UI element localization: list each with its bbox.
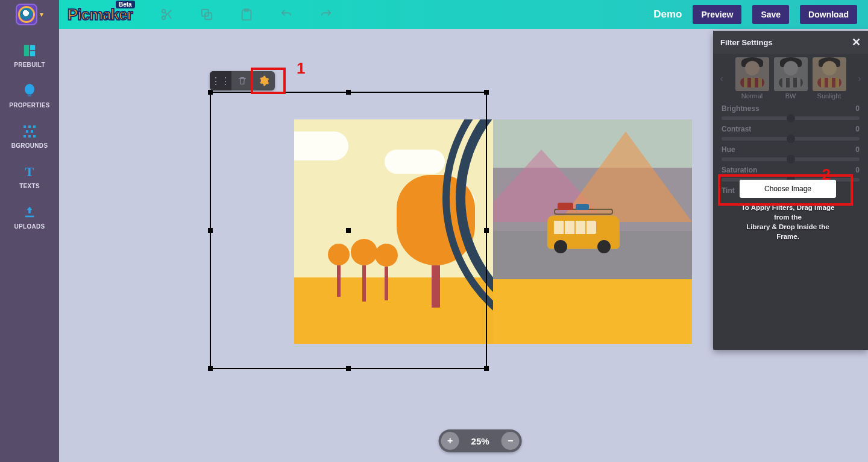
choose-image-hint: To Apply Filters, Drag Image from the Li…: [740, 203, 836, 241]
undo-icon[interactable]: [278, 7, 294, 22]
annotation-number-2: 2: [822, 165, 831, 184]
chevron-down-icon: ▾: [40, 10, 43, 19]
resize-handle[interactable]: [484, 228, 489, 233]
svg-point-9: [25, 84, 34, 95]
svg-rect-18: [28, 135, 31, 138]
left-sidebar: PREBUILT PROPERTIES BGROUNDS T TEXTS UPL…: [0, 29, 59, 462]
paste-icon[interactable]: [239, 7, 254, 22]
slider-label: Saturation: [722, 166, 757, 174]
svg-rect-10: [28, 94, 31, 97]
svg-rect-14: [33, 125, 36, 128]
center-handle[interactable]: [346, 228, 351, 233]
sidebar-item-label: PROPERTIES: [9, 102, 49, 109]
download-button[interactable]: Download: [800, 5, 857, 24]
svg-rect-8: [30, 51, 35, 56]
filter-preset-normal[interactable]: Normal: [735, 57, 769, 100]
filter-preset-bw[interactable]: BW: [774, 57, 808, 100]
resize-handle[interactable]: [346, 90, 351, 95]
svg-rect-13: [28, 125, 31, 128]
pattern-icon: [22, 124, 37, 139]
svg-rect-12: [24, 125, 26, 128]
svg-point-0: [162, 10, 165, 13]
close-icon[interactable]: ✕: [852, 36, 861, 49]
svg-rect-17: [24, 135, 26, 138]
panel-title: Filter Settings: [720, 38, 773, 47]
slider-value: 0: [855, 166, 860, 174]
slider-label: Hue: [722, 145, 735, 154]
canvas-area[interactable]: ⋮⋮ 1 + 25% − Filter Settings ✕ ‹ Normal: [59, 29, 868, 462]
zoom-out-button[interactable]: −: [502, 432, 520, 450]
slider-hue[interactable]: Hue0: [713, 142, 868, 162]
slider-brightness[interactable]: Brightness0: [713, 101, 868, 121]
sidebar-item-properties[interactable]: PROPERTIES: [0, 78, 59, 118]
copy-icon[interactable]: [199, 7, 215, 22]
svg-rect-16: [31, 130, 33, 133]
sidebar-item-label: TEXTS: [19, 183, 40, 189]
chevron-right-icon[interactable]: ›: [855, 74, 864, 83]
svg-rect-20: [25, 216, 34, 218]
sidebar-item-prebuilt[interactable]: PREBUILT: [0, 37, 59, 78]
preset-label: Sunlight: [813, 92, 846, 100]
brand-menu[interactable]: ▾: [0, 0, 59, 29]
sidebar-item-uploads[interactable]: UPLOADS: [0, 199, 59, 239]
slider-value: 0: [855, 104, 860, 113]
resize-handle[interactable]: [208, 90, 213, 95]
beta-badge: Beta: [116, 1, 135, 8]
annotation-box-2: [718, 174, 853, 206]
demo-label[interactable]: Demo: [653, 8, 682, 21]
annotation-box-1: [251, 68, 286, 94]
sidebar-item-bgrounds[interactable]: BGROUNDS: [0, 118, 59, 159]
annotation-number-1: 1: [297, 59, 305, 78]
zoom-control: + 25% −: [439, 429, 522, 452]
grid-icon: [22, 43, 37, 58]
bulb-icon: [22, 84, 37, 98]
slider-value: 0: [855, 145, 860, 154]
filter-preset-sunlight[interactable]: Sunlight: [813, 57, 846, 100]
svg-rect-7: [30, 45, 35, 50]
brand-logo-icon: [16, 4, 37, 25]
resize-handle[interactable]: [208, 366, 213, 371]
slider-contrast[interactable]: Contrast0: [713, 121, 868, 142]
svg-point-1: [162, 16, 165, 20]
svg-rect-19: [33, 135, 36, 138]
sidebar-item-label: PREBUILT: [14, 62, 45, 68]
upload-icon: [22, 205, 37, 220]
drag-grip-icon[interactable]: ⋮⋮: [210, 71, 231, 90]
resize-handle[interactable]: [484, 90, 489, 95]
preview-button[interactable]: Preview: [693, 5, 741, 24]
resize-handle[interactable]: [208, 228, 213, 233]
slider-label: Contrast: [722, 125, 751, 133]
app-logo: Picmaker Beta: [68, 5, 133, 24]
sidebar-item-label: UPLOADS: [14, 223, 45, 230]
resize-handle[interactable]: [346, 366, 351, 371]
zoom-value: 25%: [459, 436, 502, 446]
preset-label: BW: [774, 92, 808, 100]
save-button[interactable]: Save: [752, 5, 789, 24]
resize-handle[interactable]: [484, 366, 489, 371]
redo-icon[interactable]: [318, 7, 334, 22]
svg-rect-15: [26, 130, 28, 133]
svg-rect-6: [24, 45, 29, 56]
chevron-left-icon[interactable]: ‹: [717, 74, 726, 83]
trash-icon[interactable]: [231, 71, 253, 90]
sidebar-item-texts[interactable]: T TEXTS: [0, 159, 59, 199]
filter-settings-panel: Filter Settings ✕ ‹ Normal BW Sunlight ›: [713, 31, 868, 350]
text-icon: T: [22, 165, 37, 179]
slider-value: 0: [855, 125, 860, 133]
selection-bounding-box[interactable]: [210, 92, 487, 369]
cut-icon[interactable]: [159, 7, 175, 22]
zoom-in-button[interactable]: +: [441, 432, 459, 450]
slider-label: Brightness: [722, 104, 760, 113]
sidebar-item-label: BGROUNDS: [11, 142, 48, 149]
preset-label: Normal: [735, 92, 769, 100]
